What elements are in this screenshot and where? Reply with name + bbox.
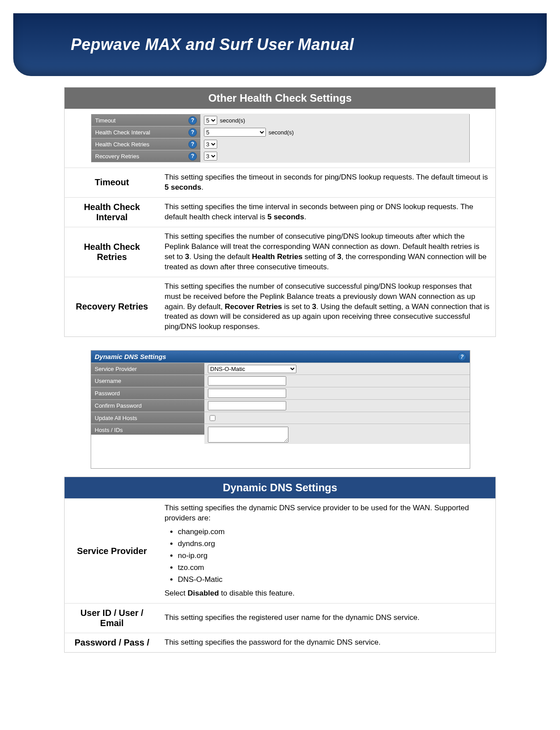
interval-ui-label: Health Check Interval: [95, 129, 150, 136]
provider-label: Service Provider: [65, 499, 160, 604]
dynamic-dns-table: Dynamic DNS Settings Service Provider Th…: [64, 477, 496, 653]
password-card-label: Password: [91, 387, 204, 399]
recovery-label: Recovery Retries: [65, 277, 160, 337]
password-label: Password / Pass /: [65, 633, 160, 652]
provider-desc: This setting specifies the dynamic DNS s…: [159, 499, 496, 604]
hosts-card-label: Hosts / IDs: [91, 424, 204, 435]
timeout-unit: second(s): [220, 117, 245, 124]
interval-unit: second(s): [268, 129, 294, 136]
interval-desc: This setting specifies the time interval…: [159, 197, 496, 227]
timeout-label: Timeout: [65, 168, 160, 198]
list-item: dyndns.org: [178, 539, 490, 549]
password-desc: This setting specifies the password for …: [159, 633, 496, 652]
userid-label: User ID / User / Email: [65, 603, 160, 633]
password-input[interactable]: [208, 389, 286, 398]
username-input[interactable]: [208, 376, 286, 386]
recovery-ui-label: Recovery Retries: [95, 153, 139, 160]
recovery-desc: This setting specifies the number of con…: [159, 277, 496, 337]
confirm-card-label: Confirm Password: [91, 400, 204, 412]
list-item: tzo.com: [178, 563, 490, 573]
interval-label: Health Check Interval: [65, 197, 160, 227]
help-icon[interactable]: ?: [188, 116, 197, 125]
retries-ui-label: Health Check Retries: [95, 141, 150, 148]
retries-desc: This setting specifies the number of con…: [159, 227, 496, 277]
help-icon[interactable]: ?: [458, 352, 466, 361]
retries-label: Health Check Retries: [65, 227, 160, 277]
timeout-desc: This setting specifies the timeout in se…: [159, 168, 496, 198]
hosts-textarea[interactable]: [208, 427, 288, 443]
userid-desc: This setting specifies the registered us…: [159, 603, 496, 633]
help-icon[interactable]: ?: [188, 152, 197, 161]
health-check-ui-panel: Timeout? 5 second(s) Health Check Interv…: [91, 114, 470, 162]
ddns-card-title: Dynamic DNS Settings: [95, 353, 166, 360]
username-card-label: Username: [91, 375, 204, 387]
update-all-hosts-checkbox[interactable]: [210, 415, 215, 421]
timeout-ui-label: Timeout: [95, 117, 115, 124]
provider-card-label: Service Provider: [91, 363, 204, 375]
list-item: changeip.com: [178, 527, 490, 537]
confirm-password-input[interactable]: [208, 401, 286, 410]
provider-select[interactable]: DNS-O-Matic: [208, 365, 296, 373]
list-item: no-ip.org: [178, 551, 490, 561]
page-header: Pepwave MAX and Surf User Manual: [13, 13, 547, 76]
section1-title: Other Health Check Settings: [65, 88, 496, 109]
update-card-label: Update All Hosts: [91, 412, 204, 424]
help-icon[interactable]: ?: [188, 128, 197, 137]
section2-title: Dynamic DNS Settings: [65, 477, 496, 499]
manual-title: Pepwave MAX and Surf User Manual: [71, 35, 547, 54]
recovery-select[interactable]: 3: [204, 152, 217, 161]
list-item: DNS-O-Matic: [178, 575, 490, 585]
interval-select[interactable]: 5: [204, 128, 266, 137]
ddns-settings-card: Dynamic DNS Settings ? Service Provider …: [91, 350, 470, 469]
retries-select[interactable]: 3: [204, 140, 217, 149]
timeout-select[interactable]: 5: [204, 116, 217, 125]
help-icon[interactable]: ?: [188, 140, 197, 149]
other-health-check-table: Other Health Check Settings Timeout? 5 s…: [64, 87, 496, 337]
